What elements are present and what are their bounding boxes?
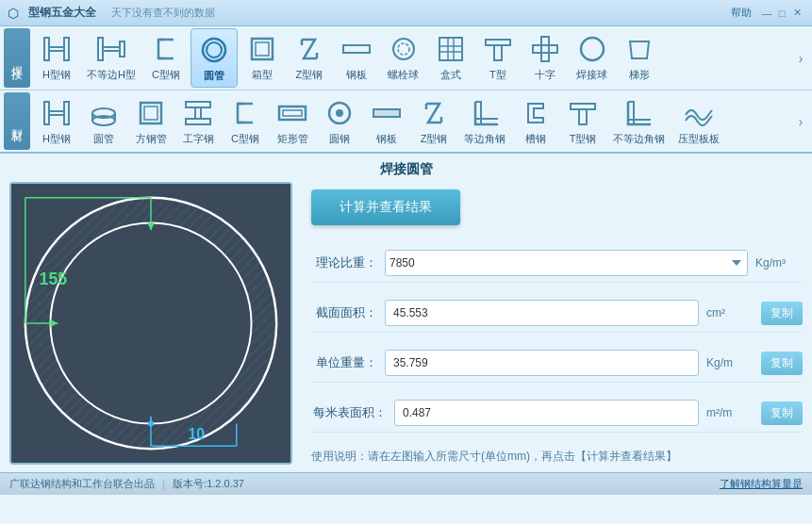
toolbar-item-bolt-ball[interactable]: 螺栓球 xyxy=(381,28,426,88)
cross-icon xyxy=(528,32,562,66)
toolbar-item-label: Z型钢 xyxy=(296,68,323,82)
toolbar-item-trapezoid[interactable]: 梯形 xyxy=(617,28,662,88)
toolbar-item-label: 圆管 xyxy=(93,132,114,146)
form-label-density: 理论比重： xyxy=(311,254,377,271)
toolbar-item-z-steel[interactable]: Z型钢 xyxy=(287,28,332,88)
toolbar-item-label: 十字 xyxy=(535,68,555,82)
toolbar-item-steel-plate2[interactable]: 钢板 xyxy=(364,92,409,150)
minimize-button[interactable]: — xyxy=(759,6,774,21)
content-area: 155 10 计算并查看结果 理论比重： xyxy=(0,182,812,472)
svg-rect-42 xyxy=(283,110,302,116)
form-unit-surface-area: m²/m xyxy=(706,406,754,419)
toolbar-welding-items: H型钢 不等边H型 C型钢 xyxy=(34,28,793,88)
copy-button-cross-section[interactable]: 复制 xyxy=(761,302,803,325)
toolbar-item-t-type[interactable]: T型 xyxy=(475,28,521,88)
toolbar-item-c-steel2[interactable]: C型钢 xyxy=(223,92,268,150)
copy-button-surface-area[interactable]: 复制 xyxy=(761,401,803,425)
t-steel-icon xyxy=(566,96,600,130)
square-tube-icon xyxy=(134,96,168,130)
toolbar-item-i-beam[interactable]: 工字钢 xyxy=(175,92,221,150)
toolbar-item-label: T型 xyxy=(489,68,506,82)
toolbar-item-label: Z型钢 xyxy=(421,132,448,146)
svg-point-15 xyxy=(393,39,414,59)
form-input-surface-area[interactable] xyxy=(394,400,699,426)
calc-button[interactable]: 计算并查看结果 xyxy=(311,189,460,225)
svg-point-9 xyxy=(207,42,222,57)
toolbar-item-steel-plate[interactable]: 钢板 xyxy=(334,28,379,88)
toolbar-item-label: 钢板 xyxy=(376,132,397,146)
c-steel2-icon xyxy=(228,96,262,130)
trapezoid-icon xyxy=(622,32,656,66)
toolbar-item-z-steel2[interactable]: Z型钢 xyxy=(411,92,456,150)
t-type-icon xyxy=(481,32,515,66)
toolbar-item-t-steel[interactable]: T型钢 xyxy=(560,92,605,150)
svg-rect-35 xyxy=(144,106,157,120)
toolbar-item-unequal-h[interactable]: 不等边H型 xyxy=(81,28,141,88)
diagram-area: 155 10 xyxy=(9,182,292,465)
toolbar-item-weld-ball[interactable]: 焊接球 xyxy=(570,28,615,88)
svg-point-26 xyxy=(581,38,604,60)
form-row-surface-area: 每米表面积： m²/m 复制 xyxy=(311,394,803,433)
toolbar-item-equal-angle[interactable]: 等边角钢 xyxy=(458,92,511,150)
copy-button-unit-weight[interactable]: 复制 xyxy=(761,352,803,375)
svg-rect-14 xyxy=(343,45,370,53)
toolbar-item-label: 方钢管 xyxy=(136,132,167,146)
help-button[interactable]: 帮助 xyxy=(731,6,752,20)
z-steel-icon xyxy=(292,32,326,66)
toolbar-item-h-beam2[interactable]: H型钢 xyxy=(34,92,79,150)
i-beam-icon xyxy=(181,96,215,130)
toolbar-item-h-beam[interactable]: H型钢 xyxy=(34,28,79,88)
svg-point-54 xyxy=(25,198,276,449)
form-select-density[interactable]: 7850 xyxy=(385,250,748,276)
toolbar-item-round-steel[interactable]: 圆钢 xyxy=(317,92,362,150)
form-input-unit-weight[interactable] xyxy=(385,350,699,376)
toolbar-item-round-tube2[interactable]: 圆管 xyxy=(81,92,126,150)
svg-rect-5 xyxy=(103,47,120,51)
toolbar-item-c-steel[interactable]: C型钢 xyxy=(143,28,189,88)
toolbar-right-arrow[interactable]: › xyxy=(793,51,808,66)
toolbar-item-label: T型钢 xyxy=(570,132,597,146)
svg-rect-24 xyxy=(541,37,549,61)
toolbar-item-label: H型钢 xyxy=(42,132,71,146)
round-tube-icon xyxy=(197,33,231,67)
close-button[interactable]: ✕ xyxy=(789,6,804,21)
svg-rect-2 xyxy=(49,47,64,51)
toolbar-item-label: C型钢 xyxy=(231,132,259,146)
equal-angle-icon xyxy=(468,96,502,130)
toolbar-item-groove-steel[interactable]: 槽钢 xyxy=(513,92,558,150)
toolbar-item-square-tube[interactable]: 方钢管 xyxy=(128,92,174,150)
form-input-cross-section[interactable] xyxy=(385,300,699,326)
svg-rect-29 xyxy=(49,111,64,115)
toolbar-item-label: 矩形管 xyxy=(277,132,308,146)
instruction-text: 使用说明：请在左图输入所需尺寸(单位mm)，再点击【计算并查看结果】 xyxy=(311,444,803,468)
toolbar-label-material: 型材 xyxy=(4,92,30,150)
toolbar-item-label: 槽钢 xyxy=(525,132,546,146)
box-icon xyxy=(245,32,279,66)
form-row-unit-weight: 单位重量： Kg/m 复制 xyxy=(311,344,803,383)
svg-point-69 xyxy=(148,421,154,427)
title-bar: ⬡ 型钢五金大全 天下没有查不到的数据 帮助 — □ ✕ xyxy=(0,0,812,26)
unequal-h-icon xyxy=(94,32,128,66)
weld-ball-icon xyxy=(575,32,609,66)
toolbar-item-press-plate[interactable]: 压型板板 xyxy=(672,92,725,150)
toolbar-item-round-tube[interactable]: 圆管 xyxy=(191,28,238,88)
svg-text:10: 10 xyxy=(188,426,205,442)
toolbar-right-arrow2[interactable]: › xyxy=(793,114,808,129)
svg-rect-45 xyxy=(373,109,400,117)
restore-button[interactable]: □ xyxy=(774,6,789,21)
toolbar-item-cross[interactable]: 十字 xyxy=(522,28,568,88)
svg-rect-11 xyxy=(256,42,269,56)
toolbar-item-box[interactable]: 箱型 xyxy=(240,28,285,88)
z-steel2-icon xyxy=(417,96,451,130)
steel-plate-icon xyxy=(340,32,373,66)
round-tube2-icon xyxy=(87,96,121,130)
toolbar-item-rect-tube[interactable]: 矩形管 xyxy=(270,92,315,150)
box-style-icon xyxy=(434,32,468,66)
status-right[interactable]: 了解钢结构算量是 xyxy=(720,477,803,491)
status-company: 广联达钢结构和工作台联合出品 xyxy=(9,477,155,491)
toolbar-item-unequal-angle[interactable]: 不等边角钢 xyxy=(607,92,671,150)
toolbar-item-box-style[interactable]: 盒式 xyxy=(428,28,473,88)
steel-plate2-icon xyxy=(370,96,404,130)
form-area: 计算并查看结果 理论比重： 7850 Kg/m³ 截面面积： cm² 复制 单位… xyxy=(311,182,803,468)
bolt-ball-icon xyxy=(387,32,421,66)
